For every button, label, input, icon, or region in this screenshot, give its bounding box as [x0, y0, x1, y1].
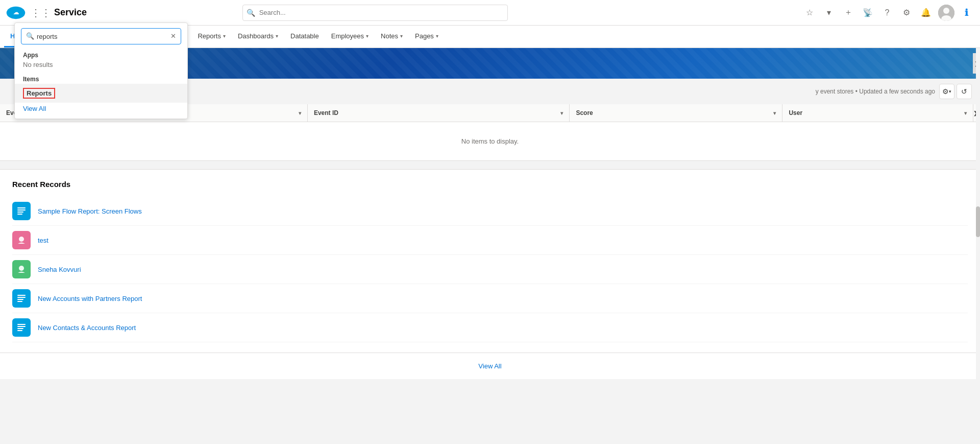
record-item-0: Sample Flow Report: Screen Flows: [12, 197, 968, 226]
avatar[interactable]: [938, 5, 954, 21]
search-dropdown: 🔍 ✕ Apps No results Items Reports View A…: [14, 22, 188, 119]
salesforce-logo[interactable]: ☁: [6, 3, 26, 22]
view-all-footer: View All: [0, 353, 980, 379]
setup-icon[interactable]: ⚙: [899, 6, 914, 20]
record-link-1[interactable]: test: [38, 237, 48, 244]
record-link-0[interactable]: Sample Flow Report: Screen Flows: [38, 207, 142, 215]
record-item-4: New Contacts & Accounts Report: [12, 313, 968, 342]
scrollbar-thumb[interactable]: [976, 206, 980, 237]
top-bar-right-actions: ☆ ▾ ＋ 📡 ? ⚙ 🔔 ℹ: [802, 5, 974, 21]
record-icon-2: [12, 260, 31, 278]
nav-item-dashboards[interactable]: Dashboards ▾: [232, 26, 284, 48]
table-gear-icon: ⚙: [942, 87, 949, 96]
view-all-link[interactable]: View All: [478, 362, 501, 370]
col-user[interactable]: User ▾: [782, 104, 973, 122]
svg-rect-14: [17, 301, 22, 302]
help-icon[interactable]: ?: [880, 6, 894, 20]
notes-chevron-icon: ▾: [400, 33, 403, 39]
dropdown-view-all-link[interactable]: View All: [15, 103, 187, 114]
recent-records-section: Recent Records Sample Flow Report: Scree…: [0, 169, 980, 353]
reports-chevron-icon: ▾: [223, 33, 226, 39]
svg-rect-18: [17, 330, 22, 331]
col-score[interactable]: Score ▾: [570, 104, 782, 122]
dropdown-search-input[interactable]: [21, 28, 181, 44]
app-name: Service: [54, 7, 87, 18]
svg-point-3: [943, 8, 949, 14]
global-search-container: 🔍: [242, 5, 508, 21]
table-icon-group: ⚙ ▾ ↺: [939, 84, 972, 99]
top-bar: ☁ ⋮⋮ Service 🔍 ☆ ▾ ＋ 📡 ? ⚙ 🔔 ℹ: [0, 0, 980, 26]
dropdown-search-wrap: 🔍 ✕: [15, 23, 187, 49]
svg-rect-16: [17, 326, 26, 327]
broadcast-icon[interactable]: 📡: [861, 6, 875, 20]
svg-rect-11: [17, 295, 26, 296]
table-empty-row: No items to display.: [0, 122, 980, 161]
record-link-2[interactable]: Sneha Kovvuri: [38, 266, 81, 273]
dropdown-clear-icon[interactable]: ✕: [170, 32, 176, 40]
global-search-input[interactable]: [242, 5, 508, 21]
col-score-chevron: ▾: [773, 110, 776, 116]
nav-item-notes[interactable]: Notes ▾: [375, 26, 409, 48]
svg-rect-13: [17, 299, 23, 300]
pages-chevron-icon: ▾: [436, 33, 438, 39]
bell-icon[interactable]: 🔔: [919, 6, 933, 20]
record-icon-1: [12, 231, 31, 249]
info-icon[interactable]: ℹ: [960, 6, 974, 20]
svg-rect-6: [17, 209, 26, 211]
nav-reports-label: Reports: [198, 32, 221, 40]
nav-item-datatable[interactable]: Datatable: [284, 26, 325, 48]
items-section-title: Items: [15, 73, 187, 84]
record-link-3[interactable]: New Accounts with Partners Report: [38, 295, 142, 302]
star-icon[interactable]: ☆: [802, 6, 817, 20]
recent-records-title: Recent Records: [12, 180, 968, 189]
record-item-1: test: [12, 226, 968, 255]
scrollbar[interactable]: [976, 48, 980, 444]
svg-point-9: [19, 237, 24, 242]
col-event-date-chevron: ▾: [299, 110, 301, 116]
nav-notes-label: Notes: [381, 32, 398, 40]
grid-icon[interactable]: ⋮⋮: [31, 7, 51, 19]
apps-section-title: Apps: [15, 49, 187, 60]
nav-employees-label: Employees: [331, 32, 364, 40]
dropdown-search-icon: 🔍: [26, 32, 34, 40]
nav-item-reports[interactable]: Reports ▾: [191, 26, 232, 48]
reports-badge: Reports: [23, 88, 55, 99]
record-link-4[interactable]: New Contacts & Accounts Report: [38, 324, 136, 332]
table-gear-chevron: ▾: [949, 89, 951, 94]
nav-item-employees[interactable]: Employees ▾: [325, 26, 375, 48]
dashboards-chevron-icon: ▾: [276, 33, 278, 39]
svg-text:☁: ☁: [13, 9, 19, 15]
col-user-chevron: ▾: [964, 110, 967, 116]
record-icon-0: [12, 202, 31, 220]
svg-rect-17: [17, 328, 23, 329]
nav-datatable-label: Datatable: [290, 32, 319, 40]
nav-dashboards-label: Dashboards: [238, 32, 274, 40]
chevron-down-icon[interactable]: ▾: [822, 6, 836, 20]
col-event-id-chevron: ▾: [560, 110, 563, 116]
table-settings-button[interactable]: ⚙ ▾: [939, 84, 954, 99]
search-icon: 🔍: [247, 9, 255, 17]
svg-point-10: [19, 266, 24, 271]
record-item-2: Sneha Kovvuri: [12, 255, 968, 284]
employees-chevron-icon: ▾: [366, 33, 369, 39]
svg-rect-15: [17, 324, 26, 325]
svg-rect-7: [17, 212, 23, 213]
svg-rect-12: [17, 297, 26, 298]
nav-item-pages[interactable]: Pages ▾: [409, 26, 445, 48]
record-icon-4: [12, 318, 31, 337]
table-refresh-button[interactable]: ↺: [957, 84, 972, 99]
nav-pages-label: Pages: [415, 32, 434, 40]
svg-rect-5: [17, 207, 26, 208]
col-event-id[interactable]: Event ID ▾: [307, 104, 569, 122]
record-item-3: New Accounts with Partners Report: [12, 284, 968, 313]
apps-no-results: No results: [15, 60, 187, 73]
dropdown-item-reports[interactable]: Reports: [15, 84, 187, 103]
record-icon-3: [12, 289, 31, 308]
svg-rect-8: [17, 214, 22, 215]
no-items-text: No items to display.: [0, 122, 980, 161]
table-refresh-icon: ↺: [961, 87, 967, 96]
add-icon[interactable]: ＋: [841, 6, 855, 20]
